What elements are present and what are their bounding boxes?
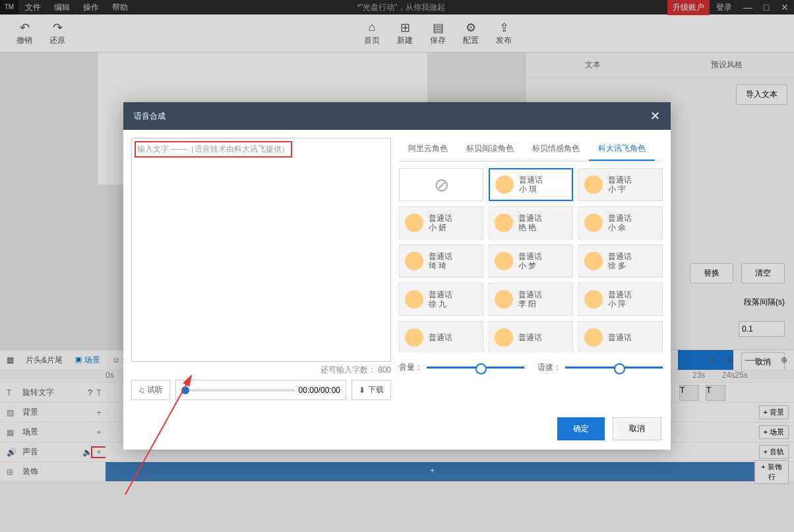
voice-option[interactable]: 普通话小 梦 [489, 245, 573, 278]
voice-label: 普通话琦 琦 [429, 252, 452, 271]
tts-dialog: 语音合成 ✕ 输入文字 ——（语音技术由科大讯飞提供） 还可输入字数： 800 … [123, 102, 671, 450]
avatar-icon [495, 290, 513, 309]
avatar-icon [405, 214, 423, 232]
voice-label: 普通话小 萍 [608, 290, 632, 309]
tts-textarea[interactable]: 输入文字 ——（语音技术由科大讯飞提供） [131, 138, 391, 362]
close-dialog-icon[interactable]: ✕ [650, 109, 660, 123]
voice-option[interactable]: 普通话徐 多 [578, 245, 663, 278]
speed-label: 语速： [537, 362, 561, 373]
avatar-icon [584, 214, 603, 232]
voice-option[interactable]: 普通话小 宇 [578, 168, 663, 201]
voice-label: 普通话徐 九 [429, 290, 452, 309]
voice-label: 普通话小 琪 [519, 175, 543, 194]
avatar-icon [495, 175, 514, 194]
download-button[interactable]: ⬇下载 [351, 380, 391, 400]
download-icon: ⬇ [359, 386, 365, 395]
voice-option[interactable]: 普通话 [489, 321, 573, 353]
voice-tab-ali[interactable]: 阿里云角色 [399, 138, 457, 161]
voice-label: 普通话 [518, 333, 542, 342]
avatar-icon [584, 290, 603, 309]
char-left: 800 [378, 365, 391, 374]
avatar-icon [405, 290, 423, 309]
voice-option[interactable]: 普通话小 萍 [578, 283, 663, 316]
dialog-ok-button[interactable]: 确定 [557, 417, 605, 440]
char-label: 还可输入字数： [321, 365, 376, 374]
avatar-icon [584, 175, 603, 194]
dialog-cancel-button[interactable]: 取消 [613, 417, 661, 440]
voice-option[interactable]: 普通话李 阳 [489, 283, 573, 316]
modal-mask: 语音合成 ✕ 输入文字 ——（语音技术由科大讯飞提供） 还可输入字数： 800 … [0, 0, 794, 532]
avatar-icon [495, 214, 513, 232]
voice-option[interactable]: 普通话琦 琦 [399, 245, 483, 278]
voice-label: 普通话小 妍 [429, 214, 452, 233]
voice-option[interactable]: 普通话 [399, 321, 483, 353]
textarea-placeholder: 输入文字 ——（语音技术由科大讯飞提供） [136, 142, 291, 156]
voice-option[interactable]: 普通话艳 艳 [489, 206, 573, 239]
headphone-icon: ♫ [138, 386, 144, 395]
voice-label: 普通话小 梦 [518, 252, 542, 271]
voice-label: 普通话小 宇 [608, 175, 632, 194]
voice-tab-iflytek[interactable]: 科大讯飞角色 [589, 138, 655, 161]
voice-tab-biaobei-emo[interactable]: 标贝情感角色 [523, 138, 589, 161]
dialog-title: 语音合成 [134, 111, 166, 122]
voice-option[interactable]: 普通话小 琪 [489, 168, 573, 201]
avatar-icon [495, 328, 513, 347]
time-label: 00:00/00:00 [299, 386, 340, 395]
volume-slider[interactable] [427, 367, 524, 369]
voice-label: 普通话小 余 [608, 214, 632, 233]
voice-option[interactable]: 普通话徐 九 [399, 283, 483, 316]
voice-option[interactable]: ⊘ [399, 168, 483, 201]
avatar-icon [584, 252, 603, 270]
voice-label: 普通话 [429, 333, 452, 342]
preview-button[interactable]: ♫试听 [131, 380, 170, 400]
voice-label: 普通话 [608, 333, 632, 342]
avatar-icon [495, 252, 513, 270]
voice-option[interactable]: 普通话小 余 [578, 206, 663, 239]
voice-option[interactable]: 普通话 [578, 321, 663, 353]
speed-slider[interactable] [565, 367, 663, 369]
voice-label: 普通话艳 艳 [518, 214, 542, 233]
voice-option[interactable]: 普通话小 妍 [399, 206, 483, 239]
progress-bar[interactable]: 00:00/00:00 [175, 380, 346, 400]
voice-label: 普通话徐 多 [608, 252, 632, 271]
avatar-icon [584, 328, 603, 347]
volume-label: 音量： [399, 362, 423, 373]
avatar-icon [405, 252, 423, 270]
voice-label: 普通话李 阳 [518, 290, 542, 309]
voice-grid: ⊘普通话小 琪普通话小 宇普通话小 妍普通话艳 艳普通话小 余普通话琦 琦普通话… [399, 168, 663, 353]
voice-tab-biaobei-read[interactable]: 标贝阅读角色 [457, 138, 523, 161]
voice-tabs: 阿里云角色 标贝阅读角色 标贝情感角色 科大讯飞角色 [399, 138, 663, 162]
avatar-icon [405, 328, 423, 347]
